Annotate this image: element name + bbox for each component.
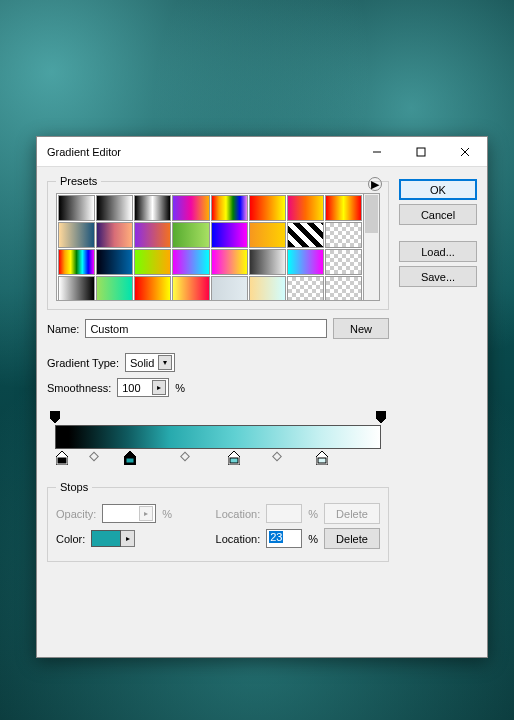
delete-opacity-stop-button: Delete [324, 503, 380, 524]
dialog-title: Gradient Editor [47, 146, 121, 158]
chevron-down-icon: ▸ [152, 380, 166, 395]
color-stop-track[interactable] [55, 451, 381, 467]
new-button[interactable]: New [333, 318, 389, 339]
close-icon [460, 147, 470, 157]
color-flyout-button[interactable]: ▸ [121, 530, 135, 547]
smoothness-label: Smoothness: [47, 382, 111, 394]
preset-scrollbar[interactable] [364, 193, 380, 301]
svg-rect-11 [230, 458, 238, 463]
svg-rect-9 [126, 458, 134, 463]
close-button[interactable] [443, 137, 487, 166]
midpoint-marker[interactable] [272, 452, 282, 462]
delete-color-stop-button[interactable]: Delete [324, 528, 380, 549]
opacity-location-input [266, 504, 302, 523]
midpoint-marker[interactable] [180, 452, 190, 462]
cancel-button[interactable]: Cancel [399, 204, 477, 225]
percent-label: % [175, 382, 185, 394]
gradient-editor-dialog: Gradient Editor Presets ▶ [36, 136, 488, 658]
smoothness-input[interactable]: 100 ▸ [117, 378, 169, 397]
opacity-label: Opacity: [56, 508, 96, 520]
svg-rect-13 [318, 458, 326, 463]
midpoint-marker[interactable] [89, 452, 99, 462]
preset-swatch[interactable] [172, 195, 209, 221]
presets-fieldset: Presets ▶ [47, 175, 389, 310]
presets-flyout-button[interactable]: ▶ [368, 177, 382, 191]
preset-swatch[interactable] [325, 222, 362, 248]
chevron-right-icon: ▸ [139, 506, 153, 521]
maximize-icon [416, 147, 426, 157]
preset-swatch[interactable] [96, 249, 133, 275]
preset-swatch[interactable] [211, 249, 248, 275]
minimize-icon [372, 147, 382, 157]
color-location-input[interactable]: 23 [266, 529, 302, 548]
preset-swatch[interactable] [249, 222, 286, 248]
color-stop[interactable] [228, 451, 240, 467]
color-location-label: Location: [216, 533, 261, 545]
opacity-stop-track[interactable] [55, 411, 381, 423]
maximize-button[interactable] [399, 137, 443, 166]
preset-swatch[interactable] [134, 249, 171, 275]
preset-grid[interactable] [56, 193, 364, 301]
titlebar[interactable]: Gradient Editor [37, 137, 487, 167]
play-icon: ▶ [371, 178, 379, 191]
gradient-bar[interactable] [55, 425, 381, 449]
opacity-stop[interactable] [50, 411, 60, 421]
opacity-input: ▸ [102, 504, 156, 523]
color-stop[interactable] [124, 451, 136, 467]
minimize-button[interactable] [355, 137, 399, 166]
preset-swatch[interactable] [58, 249, 95, 275]
stops-legend: Stops [60, 481, 88, 493]
preset-swatch[interactable] [325, 195, 362, 221]
preset-swatch[interactable] [96, 222, 133, 248]
svg-rect-7 [58, 458, 66, 463]
preset-swatch[interactable] [58, 222, 95, 248]
preset-swatch[interactable] [96, 195, 133, 221]
scrollbar-thumb[interactable] [365, 195, 378, 233]
presets-legend: Presets [60, 175, 97, 187]
preset-swatch[interactable] [134, 276, 171, 301]
preset-swatch[interactable] [58, 276, 95, 301]
preset-swatch[interactable] [58, 195, 95, 221]
chevron-down-icon: ▾ [158, 355, 172, 370]
stops-fieldset: Stops Opacity: ▸ % Location: % Delete Co… [47, 481, 389, 562]
color-label: Color: [56, 533, 85, 545]
svg-marker-5 [376, 411, 386, 423]
name-input[interactable] [85, 319, 327, 338]
opacity-location-label: Location: [216, 508, 261, 520]
svg-marker-4 [50, 411, 60, 423]
name-label: Name: [47, 323, 79, 335]
preset-swatch[interactable] [172, 249, 209, 275]
preset-swatch[interactable] [325, 276, 362, 301]
smoothness-value: 100 [122, 382, 148, 394]
preset-swatch[interactable] [134, 195, 171, 221]
preset-swatch[interactable] [287, 222, 324, 248]
preset-swatch[interactable] [211, 222, 248, 248]
color-stop[interactable] [316, 451, 328, 467]
preset-swatch[interactable] [287, 276, 324, 301]
ok-button[interactable]: OK [399, 179, 477, 200]
preset-swatch[interactable] [96, 276, 133, 301]
color-well[interactable] [91, 530, 121, 547]
preset-swatch[interactable] [287, 195, 324, 221]
svg-rect-1 [417, 148, 425, 156]
preset-swatch[interactable] [249, 276, 286, 301]
opacity-stop[interactable] [376, 411, 386, 421]
preset-swatch[interactable] [287, 249, 324, 275]
gradient-type-select[interactable]: Solid ▾ [125, 353, 175, 372]
preset-swatch[interactable] [325, 249, 362, 275]
preset-swatch[interactable] [211, 276, 248, 301]
opacity-stop-row: Opacity: ▸ % Location: % Delete [56, 503, 380, 524]
preset-swatch[interactable] [211, 195, 248, 221]
preset-swatch[interactable] [172, 276, 209, 301]
preset-swatch[interactable] [172, 222, 209, 248]
save-button[interactable]: Save... [399, 266, 477, 287]
load-button[interactable]: Load... [399, 241, 477, 262]
preset-swatch[interactable] [134, 222, 171, 248]
gradient-type-label: Gradient Type: [47, 357, 119, 369]
gradient-preview-area [47, 411, 389, 475]
gradient-type-value: Solid [130, 357, 154, 369]
preset-swatch[interactable] [249, 249, 286, 275]
preset-swatch[interactable] [249, 195, 286, 221]
color-stop-row: Color: ▸ Location: 23 % Delete [56, 528, 380, 549]
color-stop[interactable] [56, 451, 68, 467]
